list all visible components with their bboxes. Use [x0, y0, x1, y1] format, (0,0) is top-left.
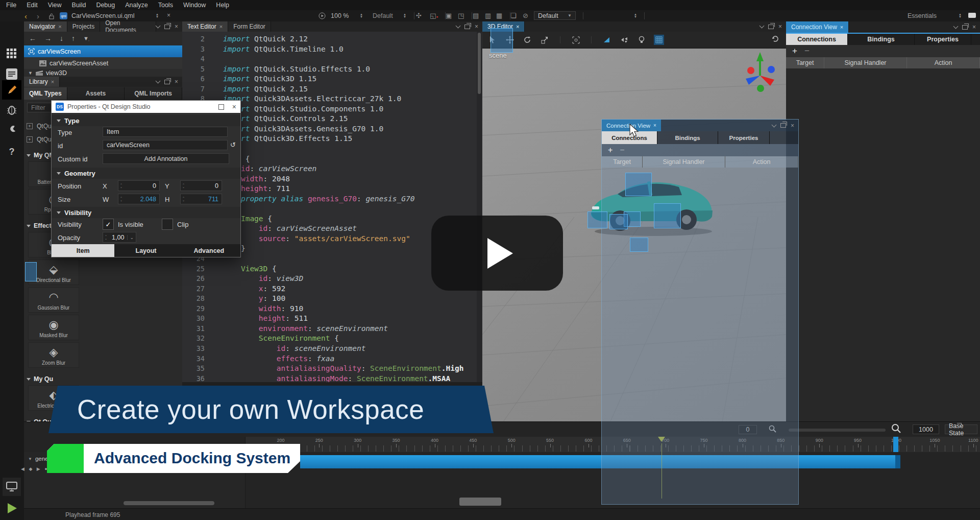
- kit-selector-icon[interactable]: [3, 478, 21, 496]
- tab-connection-view[interactable]: Connection View×: [786, 21, 849, 33]
- timeline-track-bar[interactable]: [300, 455, 895, 468]
- export-frame-icon[interactable]: ◱●: [430, 12, 438, 19]
- undock-icon[interactable]: [164, 80, 170, 84]
- workspace-stepper[interactable]: ▲▼: [959, 13, 962, 18]
- axis-gizmo[interactable]: [743, 51, 778, 92]
- id-field[interactable]: carViewScreen: [103, 140, 228, 150]
- menu-item-view[interactable]: View: [48, 2, 62, 9]
- type-field[interactable]: Item: [103, 127, 228, 137]
- code-line[interactable]: 35 antialiasingQuality: SceneEnvironment…: [182, 364, 482, 374]
- tab-library[interactable]: Library×: [24, 77, 60, 87]
- width-spinbox[interactable]: ⌃⌄2.048: [118, 194, 160, 204]
- zoom-stepper[interactable]: ▲▼: [360, 13, 363, 18]
- timeline-hscroll-thumb[interactable]: [459, 498, 501, 506]
- tab-open-documents[interactable]: Open Documents: [100, 21, 156, 32]
- y-spinbox[interactable]: ⌃⌄0: [180, 180, 222, 191]
- is-visible-checkbox[interactable]: ✓: [103, 219, 114, 230]
- reset-id-icon[interactable]: ↺: [230, 141, 236, 149]
- move-up-icon[interactable]: ↑: [71, 34, 75, 42]
- end-frame-marker[interactable]: [893, 437, 898, 452]
- tab-form-editor[interactable]: Form Editor: [228, 21, 271, 32]
- column-header-signal-handler[interactable]: Signal Handler: [824, 57, 907, 68]
- library-item-zoom-blur[interactable]: ◈Zoom Blur: [28, 342, 79, 368]
- scale-tool-icon[interactable]: [540, 35, 550, 45]
- feedback-bubble-icon[interactable]: [968, 13, 976, 18]
- code-line[interactable]: 4: [182, 54, 482, 64]
- camera-move-icon[interactable]: [619, 35, 629, 45]
- dialog-title-bar[interactable]: DS Properties - Qt Design Studio ×: [52, 101, 240, 113]
- back-button[interactable]: ‹: [24, 12, 27, 20]
- workspace-selector[interactable]: Essentials: [908, 12, 937, 19]
- expand-plus-icon[interactable]: +: [27, 123, 33, 129]
- code-line[interactable]: 31 environment: sceneEnvironment: [182, 324, 482, 334]
- style-stepper[interactable]: ▲▼: [403, 13, 406, 18]
- tab-assets[interactable]: Assets: [67, 87, 125, 100]
- run-icon[interactable]: [318, 12, 326, 21]
- timeline-scrollbar-thumb[interactable]: [124, 501, 214, 505]
- column-header-target[interactable]: Target: [602, 156, 643, 168]
- code-line[interactable]: 33 id: sceneEnvironment: [182, 344, 482, 354]
- menu-item-tools[interactable]: Tools: [158, 2, 173, 9]
- tab-connections[interactable]: Connections: [786, 34, 848, 45]
- code-line[interactable]: 28 y: 100: [182, 294, 482, 304]
- collapse-icon[interactable]: [156, 79, 161, 84]
- tree-item-carviewscreen[interactable]: carViewScreen: [24, 45, 182, 57]
- column-header-action[interactable]: Action: [907, 57, 980, 68]
- layout-row-icon[interactable]: ▤: [473, 12, 479, 19]
- filter-icon[interactable]: ▼̦: [83, 35, 89, 41]
- section-visibility[interactable]: Visibility: [52, 207, 240, 218]
- close-panel-icon[interactable]: ×: [972, 24, 976, 30]
- document-stepper[interactable]: ▲▼: [156, 13, 159, 18]
- editor-scrollbar[interactable]: [477, 32, 482, 382]
- tab-navigator[interactable]: Navigator×: [24, 21, 67, 32]
- code-line[interactable]: 5import QtQuick.Studio.Effects 1.0: [182, 64, 482, 75]
- maximize-icon[interactable]: [218, 104, 224, 110]
- orientation-tool-icon[interactable]: [602, 35, 612, 45]
- base-state-button[interactable]: Base State: [945, 424, 977, 434]
- close-panel-icon[interactable]: ×: [791, 123, 794, 129]
- tab-bindings[interactable]: Bindings: [657, 131, 718, 144]
- code-line[interactable]: 6import QtQuick3D 1.15: [182, 74, 482, 84]
- menu-item-edit[interactable]: Edit: [27, 2, 38, 9]
- annotation-edit-icon[interactable]: ⊘: [523, 12, 528, 19]
- remove-connection-button[interactable]: −: [620, 146, 624, 155]
- code-line[interactable]: 7import QtQuick 2.15: [182, 84, 482, 94]
- timeline-zoom-slider[interactable]: [789, 429, 886, 432]
- collapse-icon[interactable]: [953, 24, 959, 29]
- fit-selected-icon[interactable]: [571, 35, 581, 45]
- tab-layout[interactable]: Layout: [114, 244, 177, 257]
- welcome-mode-icon[interactable]: [4, 46, 19, 61]
- add-connection-button[interactable]: +: [608, 146, 612, 155]
- opacity-dropdown-icon[interactable]: ⌄: [127, 235, 136, 240]
- x-spinbox[interactable]: ⌃⌄0: [118, 180, 160, 191]
- menu-item-file[interactable]: File: [6, 2, 16, 9]
- layout-column-icon[interactable]: ▥: [485, 12, 491, 19]
- undock-icon[interactable]: [164, 25, 170, 29]
- close-panel-icon[interactable]: ×: [778, 23, 782, 30]
- menu-item-build[interactable]: Build: [72, 2, 86, 9]
- move-down-icon[interactable]: ↓: [60, 34, 63, 42]
- light-tool-icon[interactable]: [636, 35, 647, 45]
- add-connection-button[interactable]: +: [792, 46, 797, 56]
- move-anchor-icon[interactable]: ✣: [416, 12, 422, 19]
- editor-scrollbar-thumb[interactable]: [478, 33, 481, 94]
- section-geometry[interactable]: Geometry: [52, 168, 240, 179]
- reset-view-icon[interactable]: [771, 35, 786, 44]
- grid-toggle-icon[interactable]: [654, 35, 664, 45]
- section-type[interactable]: Type: [52, 115, 240, 126]
- undock-icon[interactable]: [768, 25, 774, 29]
- code-line[interactable]: 30 height: 511: [182, 314, 482, 324]
- move-left-icon[interactable]: ←: [29, 34, 36, 42]
- expand-arrow-icon[interactable]: ▼: [28, 70, 33, 76]
- video-play-button[interactable]: [431, 216, 563, 291]
- collapse-icon[interactable]: [772, 122, 777, 127]
- code-line[interactable]: 34 effects: fxaa: [182, 354, 482, 364]
- code-line[interactable]: 32 SceneEnvironment {: [182, 334, 482, 344]
- tab-advanced[interactable]: Advanced: [178, 244, 240, 257]
- edit-mode-icon[interactable]: [4, 66, 19, 82]
- column-header-target[interactable]: Target: [786, 57, 824, 68]
- run-button[interactable]: [4, 501, 19, 516]
- zoom-level[interactable]: 100 %: [331, 12, 349, 19]
- add-annotation-button[interactable]: Add Annotation: [103, 153, 229, 164]
- close-panel-icon[interactable]: ×: [175, 79, 178, 85]
